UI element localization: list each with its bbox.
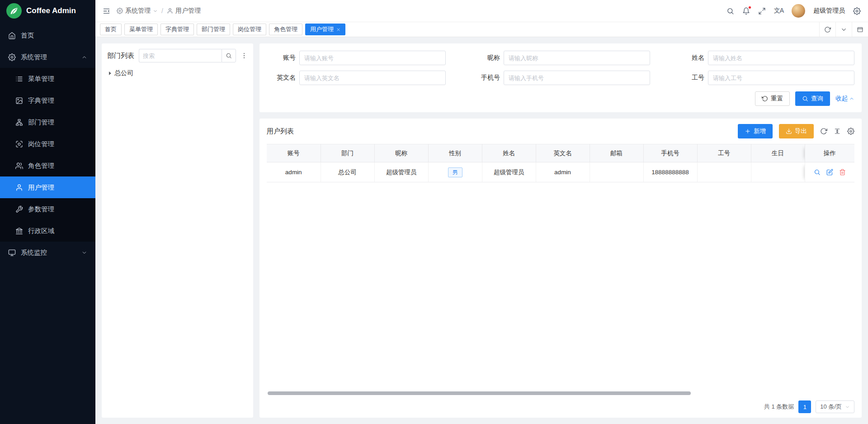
account-field[interactable]	[299, 51, 446, 65]
global-search-button[interactable]	[726, 7, 734, 15]
app-logo[interactable]: Coffee Admin	[0, 0, 95, 22]
language-switch-button[interactable]: 文A	[774, 7, 783, 15]
pagination: 共 1 条数据 1 10 条/页	[267, 396, 854, 413]
edit-icon	[826, 169, 833, 176]
horizontal-scrollbar-thumb[interactable]	[268, 391, 691, 395]
breadcrumb-item-user[interactable]: 用户管理	[167, 7, 201, 15]
department-search-button[interactable]	[222, 49, 236, 62]
home-icon	[8, 32, 16, 39]
sidebar-item-label: 角色管理	[28, 162, 54, 170]
org-tree-icon	[15, 119, 23, 126]
close-icon[interactable]	[336, 28, 340, 32]
tab-dept-management[interactable]: 部门管理	[197, 24, 230, 35]
table-refresh-button[interactable]	[820, 128, 827, 135]
tab-home[interactable]: 首页	[100, 24, 122, 35]
expand-icon	[758, 7, 766, 15]
job-number-field[interactable]	[708, 71, 854, 85]
tab-role-management[interactable]: 角色管理	[269, 24, 302, 35]
field-label: 昵称	[471, 54, 500, 62]
image-icon	[15, 97, 23, 105]
chevron-right-icon[interactable]	[109, 71, 111, 75]
delete-row-button[interactable]	[839, 169, 846, 176]
english-name-field[interactable]	[299, 71, 446, 85]
breadcrumb-item-system[interactable]: 系统管理	[117, 7, 158, 15]
department-panel-header: 部门列表	[107, 49, 248, 62]
breadcrumb-label: 系统管理	[125, 7, 151, 15]
cell-operations	[805, 162, 854, 182]
topbar-right: 文A 超级管理员	[726, 4, 861, 18]
sidebar-item-system-monitor[interactable]: 系统监控	[0, 242, 95, 263]
tab-refresh-button[interactable]	[819, 22, 835, 37]
query-button-label: 查询	[811, 95, 823, 103]
monitor-icon	[8, 249, 16, 257]
sidebar-item-dept-management[interactable]: 部门管理	[0, 111, 95, 133]
sidebar-item-dict-management[interactable]: 字典管理	[0, 90, 95, 111]
page-number-button[interactable]: 1	[798, 400, 811, 413]
phone-field[interactable]	[504, 71, 650, 85]
department-search-input[interactable]	[139, 49, 222, 62]
query-button[interactable]: 查询	[795, 91, 830, 106]
tab-controls	[819, 22, 868, 37]
content-fullscreen-button[interactable]	[852, 22, 868, 37]
page-size-select[interactable]: 10 条/页	[816, 400, 854, 413]
sidebar-item-post-management[interactable]: 岗位管理	[0, 133, 95, 155]
export-icon	[786, 128, 792, 134]
table-header-row: 账号 部门 昵称 性别 姓名 英文名 邮箱 手机号 工号 生日	[267, 144, 854, 162]
search-icon	[726, 7, 734, 15]
sidebar-collapse-button[interactable]	[103, 7, 110, 15]
sidebar-item-menu-management[interactable]: 菜单管理	[0, 68, 95, 90]
tab-label: 部门管理	[202, 25, 225, 33]
edit-row-button[interactable]	[826, 169, 833, 176]
name-field[interactable]	[708, 51, 854, 65]
refresh-icon	[824, 26, 831, 33]
chevron-up-icon	[81, 54, 87, 60]
tab-label: 岗位管理	[238, 25, 261, 33]
search-icon	[802, 95, 808, 102]
search-icon	[226, 52, 232, 59]
user-icon	[15, 184, 23, 191]
page-size-value: 10 条/页	[820, 403, 842, 411]
content: 部门列表 总公司	[95, 37, 868, 424]
view-row-button[interactable]	[814, 169, 821, 176]
sidebar-item-system-management[interactable]: 系统管理	[0, 46, 95, 68]
sidebar-item-role-management[interactable]: 角色管理	[0, 155, 95, 176]
user-list-header: 用户列表 新增 导出	[267, 124, 854, 138]
tab-user-management[interactable]: 用户管理	[305, 24, 345, 35]
sidebar-item-user-management[interactable]: 用户管理	[0, 176, 95, 198]
chevron-down-icon	[845, 405, 850, 410]
column-header: 工号	[697, 144, 751, 162]
notification-button[interactable]	[742, 7, 750, 15]
table-density-button[interactable]	[834, 128, 841, 135]
fullscreen-button[interactable]	[758, 7, 766, 15]
tree-item-head-office[interactable]: 总公司	[107, 67, 248, 80]
sidebar-item-param-management[interactable]: 参数管理	[0, 198, 95, 220]
collapse-filters-link[interactable]: 收起	[835, 95, 854, 103]
chevron-down-icon	[153, 9, 158, 14]
tab-actions-dropdown-button[interactable]	[835, 22, 852, 37]
avatar[interactable]	[792, 4, 805, 18]
gear-icon	[117, 8, 123, 14]
add-user-button[interactable]: 新增	[738, 124, 773, 138]
current-user-name[interactable]: 超级管理员	[813, 7, 845, 15]
cell-birthday	[751, 162, 805, 182]
tab-menu-management[interactable]: 菜单管理	[124, 24, 158, 35]
settings-button[interactable]	[853, 7, 861, 15]
chevron-up-icon	[849, 96, 854, 101]
table-settings-button[interactable]	[847, 128, 854, 135]
reset-icon	[762, 95, 768, 102]
column-header: 性别	[428, 144, 482, 162]
bank-icon	[15, 227, 23, 235]
tab-post-management[interactable]: 岗位管理	[233, 24, 266, 35]
user-list-toolbar: 新增 导出	[738, 124, 854, 138]
department-tree: 总公司	[107, 67, 248, 80]
department-more-button[interactable]	[241, 52, 248, 59]
export-button[interactable]: 导出	[779, 124, 814, 138]
sidebar-item-admin-region[interactable]: 行政区域	[0, 220, 95, 242]
sidebar-item-label: 系统管理	[21, 53, 47, 62]
column-header: 部门	[321, 144, 374, 162]
sidebar-item-home[interactable]: 首页	[0, 24, 95, 46]
reset-button[interactable]: 重置	[755, 91, 790, 106]
tab-dict-management[interactable]: 字典管理	[160, 24, 194, 35]
total-count-text: 共 1 条数据	[764, 403, 794, 411]
nickname-field[interactable]	[504, 51, 650, 65]
